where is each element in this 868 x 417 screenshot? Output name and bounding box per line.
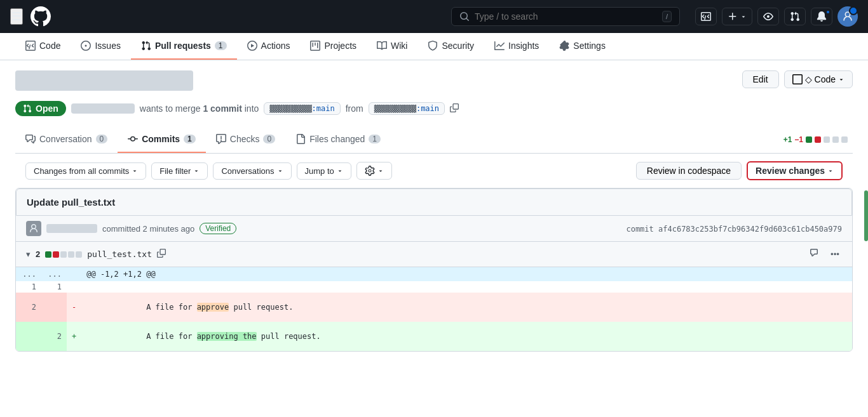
search-kbd: / bbox=[662, 11, 672, 22]
nav-projects[interactable]: Projects bbox=[300, 33, 367, 60]
notifications-button[interactable] bbox=[811, 8, 832, 25]
watch-button[interactable] bbox=[757, 8, 779, 25]
copy-branch-button[interactable] bbox=[450, 103, 459, 114]
tab-checks-count: 0 bbox=[263, 135, 275, 143]
review-changes-button[interactable]: Review changes bbox=[747, 161, 843, 180]
tab-files-label: Files changed bbox=[309, 134, 365, 144]
diff-section: Update pull_test.txt committed 2 minutes… bbox=[15, 188, 853, 352]
pr-nav-icon bbox=[141, 41, 151, 51]
diff-old-num-3 bbox=[16, 322, 41, 351]
nav-security[interactable]: Security bbox=[417, 33, 484, 60]
nav-wiki[interactable]: Wiki bbox=[367, 33, 417, 60]
diff-more-btn[interactable]: ••• bbox=[828, 248, 842, 260]
review-changes-chevron bbox=[827, 168, 834, 174]
diff-del-prefix: A file for bbox=[142, 303, 197, 312]
nav-code[interactable]: Code bbox=[15, 33, 71, 60]
code-chevron-icon bbox=[838, 76, 844, 83]
tab-conversation-label: Conversation bbox=[39, 134, 92, 144]
tab-conversation[interactable]: Conversation 0 bbox=[15, 126, 118, 153]
nav-settings[interactable]: Settings bbox=[549, 33, 616, 60]
review-codespace-button[interactable]: Review in codespace bbox=[636, 162, 742, 180]
diff-plus-count: +1 bbox=[783, 135, 792, 144]
conversations-btn[interactable]: Conversations bbox=[213, 162, 291, 180]
diff-hunk-old-num: ... bbox=[16, 267, 41, 281]
pr-status-desc: wants to merge 1 commit into bbox=[140, 103, 259, 114]
pr-target-branch[interactable]: ▓▓▓▓▓▓▓▓▓▓:main bbox=[264, 102, 340, 115]
pull-request-button[interactable] bbox=[784, 8, 806, 25]
diff-new-num-2 bbox=[41, 293, 67, 322]
code-button-label: ◇ Code bbox=[805, 74, 836, 84]
diff-line-del: 2 - A file for approve pull request. bbox=[16, 293, 852, 322]
pr-icon bbox=[790, 11, 800, 22]
diff-code-add: A file for approving the pull request. bbox=[81, 322, 852, 351]
pr-source-branch[interactable]: ▓▓▓▓▓▓▓▓▓▓:main bbox=[369, 102, 445, 115]
insights-icon bbox=[494, 41, 505, 51]
tab-files-changed[interactable]: Files changed 1 bbox=[285, 126, 391, 153]
diff-del-suffix: pull request. bbox=[229, 303, 293, 312]
diff-toolbar-right: Review in codespace Review changes bbox=[636, 161, 843, 180]
nav-wiki-label: Wiki bbox=[391, 41, 407, 51]
diff-file-block-gray-2 bbox=[68, 251, 74, 258]
nav-insights-label: Insights bbox=[508, 41, 539, 51]
commit-avatar-icon bbox=[29, 223, 39, 234]
nav-insights[interactable]: Insights bbox=[484, 33, 549, 60]
diff-hunk-new-num: ... bbox=[41, 267, 67, 281]
diff-del-highlight: approve bbox=[197, 303, 229, 312]
settings-btn[interactable] bbox=[356, 162, 392, 180]
diff-file-header: ▾ 2 pull_test.txt bbox=[16, 242, 852, 267]
nav-pr-badge: 1 bbox=[215, 41, 227, 50]
diff-file-block-red bbox=[53, 251, 59, 258]
search-input[interactable] bbox=[475, 11, 657, 22]
projects-icon bbox=[310, 41, 320, 51]
chevron-down-icon bbox=[740, 13, 747, 20]
diff-toolbar-left: Changes from all commits File filter Con… bbox=[25, 162, 392, 180]
user-icon bbox=[842, 11, 853, 22]
settings-icon bbox=[559, 41, 569, 51]
jump-to-label: Jump to bbox=[305, 166, 334, 176]
nav-actions[interactable]: Actions bbox=[237, 33, 301, 60]
nav-issues-label: Issues bbox=[95, 41, 120, 51]
nav-issues[interactable]: Issues bbox=[71, 33, 130, 60]
changes-from-btn[interactable]: Changes from all commits bbox=[25, 162, 146, 180]
diff-add-highlight: approving the bbox=[197, 332, 257, 341]
terminal-button[interactable] bbox=[695, 8, 717, 25]
jump-to-btn[interactable]: Jump to bbox=[297, 162, 351, 180]
search-bar[interactable]: / bbox=[451, 7, 680, 26]
diff-hunk-text: @@ -1,2 +1,2 @@ bbox=[81, 267, 852, 281]
create-button[interactable] bbox=[722, 8, 752, 25]
scrollbar-thumb[interactable] bbox=[864, 190, 868, 241]
wiki-icon bbox=[377, 41, 387, 51]
top-navigation: ☰ / bbox=[0, 0, 868, 33]
edit-button[interactable]: Edit bbox=[742, 70, 779, 88]
diff-copy-file-name-btn[interactable] bbox=[157, 249, 166, 260]
main-content: Edit ◇ Code Open wants to merge 1 commit… bbox=[0, 60, 868, 372]
commit-avatar bbox=[26, 221, 41, 236]
changes-chevron-icon bbox=[132, 168, 138, 174]
diff-code-del: A file for approve pull request. bbox=[81, 293, 852, 322]
diff-line-neutral: 1 1 bbox=[16, 281, 852, 293]
diff-block-gray-3 bbox=[841, 136, 848, 143]
pr-diff-stats: +1 −1 bbox=[783, 135, 853, 144]
github-logo[interactable] bbox=[31, 6, 51, 27]
file-filter-chevron bbox=[193, 168, 200, 174]
diff-add-prefix: A file for bbox=[142, 332, 197, 341]
tab-checks[interactable]: Checks 0 bbox=[206, 126, 285, 153]
pr-from-text: from bbox=[346, 103, 363, 114]
diff-collapse-btn[interactable]: ▾ bbox=[26, 249, 31, 259]
diff-file-blocks bbox=[45, 251, 82, 258]
diff-comment-btn[interactable] bbox=[808, 247, 823, 261]
nav-actions bbox=[695, 6, 858, 27]
conversations-chevron bbox=[277, 168, 283, 174]
comment-icon bbox=[810, 248, 820, 258]
nav-pull-requests[interactable]: Pull requests 1 bbox=[131, 33, 237, 60]
hamburger-button[interactable]: ☰ bbox=[10, 8, 23, 25]
nav-projects-label: Projects bbox=[324, 41, 356, 51]
diff-block-gray-2 bbox=[832, 136, 839, 143]
avatar[interactable] bbox=[837, 6, 858, 27]
file-filter-btn[interactable]: File filter bbox=[151, 162, 208, 180]
pr-status-line: Open wants to merge 1 commit into ▓▓▓▓▓▓… bbox=[15, 101, 853, 116]
tab-commits[interactable]: Commits 1 bbox=[118, 126, 206, 153]
diff-code-1 bbox=[81, 281, 852, 293]
notification-dot bbox=[825, 10, 831, 15]
code-button[interactable]: ◇ Code bbox=[784, 70, 853, 88]
